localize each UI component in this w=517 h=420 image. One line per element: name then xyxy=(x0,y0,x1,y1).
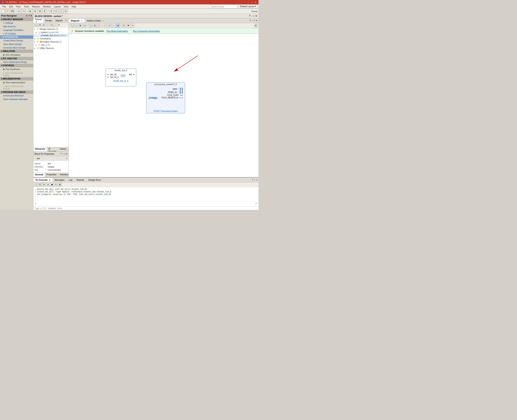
src-refresh-btn[interactable]: ⟳ xyxy=(50,23,54,27)
refresh-button[interactable]: ⟳ xyxy=(33,9,37,14)
route-btn[interactable]: ↔ xyxy=(112,24,116,28)
tab-hierarchy[interactable]: Hierarchy xyxy=(33,147,47,151)
tree-sim-sources[interactable]: ▾ 📁 Simulation Sources (2) xyxy=(33,40,68,43)
flow-nav-pin[interactable]: 📌 xyxy=(25,15,28,17)
nav-open-implemented[interactable]: ▸ Open Implemented Design xyxy=(0,84,33,90)
sources-panel-minimize[interactable]: ─ xyxy=(67,19,68,22)
new-button[interactable]: 📄 xyxy=(1,9,5,14)
bpp-close[interactable]: ✕ xyxy=(66,153,67,155)
run-block-automation-link[interactable]: Run Block Automation xyxy=(106,30,128,32)
menu-tools[interactable]: Tools xyxy=(22,5,31,8)
tab-ip-sources[interactable]: IP Sources xyxy=(47,147,58,151)
address-editor-tab-close[interactable]: ✕ xyxy=(102,20,104,22)
tcl-stop-btn[interactable]: ⏹ xyxy=(50,183,54,187)
nav-ip-catalog[interactable]: ⊕ IP Catalog xyxy=(0,32,33,35)
bpp-help[interactable]: ? xyxy=(60,153,61,155)
menu-window[interactable]: Window xyxy=(41,5,52,8)
tcl-up-btn[interactable]: ⬆ xyxy=(42,183,46,187)
save-button[interactable]: 💾 xyxy=(10,9,15,14)
tcl-tab-messages[interactable]: Messages xyxy=(53,178,67,182)
flow-nav-close[interactable]: ✕ xyxy=(30,15,32,17)
nav-open-hardware-manager[interactable]: Open Hardware Manager xyxy=(0,98,33,101)
tcl-help[interactable]: ? xyxy=(252,179,253,181)
settings-button[interactable]: ⚙ xyxy=(38,9,42,14)
source-tab-close[interactable]: ✕ xyxy=(36,21,37,23)
menu-file[interactable]: File xyxy=(1,5,7,8)
nav-settings[interactable]: ⚙ Settings xyxy=(0,21,33,25)
tab-source[interactable]: Source ✕ xyxy=(33,18,44,23)
tcl-clear-btn[interactable]: 🗑 xyxy=(58,183,62,187)
project-manager-title[interactable]: ▾ PROJECT MANAGER xyxy=(0,18,33,21)
src-status-btn[interactable]: ○ xyxy=(54,23,58,27)
tree-breath-led[interactable]: ● breath_led (breath_led.v) xyxy=(33,34,68,37)
bpp-tab-interface[interactable]: Interface xyxy=(58,173,70,177)
bd-help[interactable]: ? xyxy=(249,15,250,17)
breath-led-block[interactable]: breath_led_0 sys_clk sys_rst_ xyxy=(105,68,136,86)
bpp-tab-general[interactable]: General xyxy=(33,173,45,177)
diagram-maximize[interactable]: □ xyxy=(254,20,255,22)
minimize-button[interactable]: ─ xyxy=(247,1,250,4)
diagram-close[interactable]: ✕ xyxy=(256,20,257,22)
add-ip-btn[interactable]: + xyxy=(97,24,101,28)
tab-library[interactable]: Library xyxy=(58,147,68,151)
tcl-tab-design-runs[interactable]: Design Runs xyxy=(86,178,103,182)
ddr-expand[interactable]: + xyxy=(178,88,179,90)
nav-run-simulation[interactable]: ▶Run Simulation xyxy=(0,53,33,57)
nav-open-elaborated[interactable]: Open Elaborated Design xyxy=(0,60,33,64)
tab-signals[interactable]: Signals xyxy=(54,19,64,22)
nav-generate-bitstream[interactable]: ■ Generate Bitstream xyxy=(0,94,33,98)
nav-run-synthesis[interactable]: ▶Run Synthesis xyxy=(0,67,33,71)
open-button[interactable]: 📂 xyxy=(6,9,10,14)
cut-button[interactable]: ✂ xyxy=(54,9,58,14)
port-led[interactable]: led xyxy=(129,73,135,76)
search-btn[interactable]: 🔍 xyxy=(89,24,92,28)
tcl-command-input[interactable] xyxy=(35,207,257,210)
tcl-scroll-left[interactable]: ◀ xyxy=(35,202,36,204)
title-bar-controls[interactable]: ─ □ ✕ xyxy=(247,1,257,4)
menu-edit[interactable]: Edit xyxy=(7,5,15,8)
src-add-btn[interactable]: + xyxy=(46,23,50,27)
port-ddr[interactable]: DDR + xyxy=(161,87,184,91)
refresh-btn[interactable]: ⟳ xyxy=(122,24,126,28)
bpp-tab-properties[interactable]: Properties xyxy=(45,173,58,177)
src-search-btn[interactable]: 🔍 xyxy=(34,23,38,27)
tree-constraints[interactable]: ▸ 📁 Constraints xyxy=(33,37,68,40)
tcl-list-btn[interactable]: ☰ xyxy=(38,183,42,187)
tcl-copy-btn[interactable]: ⎘ xyxy=(54,183,58,187)
nav-open-block-design[interactable]: Open Block Design xyxy=(0,42,33,46)
diagram-tab-close[interactable]: ✕ xyxy=(81,20,82,22)
close-button[interactable]: ✕ xyxy=(254,1,257,4)
tcl-console-close[interactable]: ✕ xyxy=(49,179,51,181)
tcl-maximize[interactable]: □ xyxy=(256,179,257,181)
auto-connect-btn[interactable]: 🔗 xyxy=(107,24,111,28)
nav-generate-block-design[interactable]: Generate Block Design xyxy=(0,46,33,50)
diagram-minimize[interactable]: ─ xyxy=(251,20,253,22)
zoom-out-btn[interactable]: 🔍- xyxy=(74,24,78,28)
diagram-canvas[interactable]: breath_led_0 sys_clk sys_rst_ xyxy=(69,34,258,177)
src-expand-btn[interactable]: ⬇ xyxy=(42,23,46,27)
flow-nav-help[interactable]: ? xyxy=(28,15,30,17)
copy-button[interactable]: ⎘ xyxy=(49,9,53,14)
nav-add-sources[interactable]: Add Sources xyxy=(0,25,33,28)
bd-minimize[interactable]: ─ xyxy=(251,15,252,17)
rtl-analysis-title[interactable]: ▸ RTL ANALYSIS xyxy=(0,57,33,60)
tree-utility-sources[interactable]: ▸ 📁 Utility Sources xyxy=(33,46,68,50)
src-list-btn[interactable]: ☰ xyxy=(38,23,42,27)
nav-run-implementation[interactable]: ▶Run Implementation xyxy=(0,81,33,84)
port-sys-rst-n[interactable]: sys_rst_n xyxy=(107,76,119,78)
sigma-button[interactable]: Σ xyxy=(43,9,47,14)
zoom-100-btn[interactable]: 1:1 xyxy=(83,24,87,28)
list-btn[interactable]: ☰ xyxy=(93,24,97,28)
undo-button[interactable]: ↩ xyxy=(17,9,21,14)
redo-button[interactable]: ↪ xyxy=(22,9,26,14)
simulation-title[interactable]: ▾ SIMULATION xyxy=(0,50,33,53)
processing-system-block[interactable]: processing_system7_0 ZYNQ▸ DDR + xyxy=(146,82,185,113)
menu-view[interactable]: View xyxy=(62,5,70,8)
debug-btn[interactable]: ⚑ xyxy=(126,24,130,28)
fixed-io-expand[interactable]: + xyxy=(178,91,179,93)
nav-language-templates[interactable]: Language Templates xyxy=(0,28,33,32)
tab-design[interactable]: Design xyxy=(44,19,54,22)
snap-btn[interactable]: ⊕ xyxy=(116,24,120,28)
menu-flow[interactable]: Flow xyxy=(15,5,22,8)
ip-integrator-title[interactable]: ▾ IP INTEGRATOR xyxy=(0,35,33,39)
